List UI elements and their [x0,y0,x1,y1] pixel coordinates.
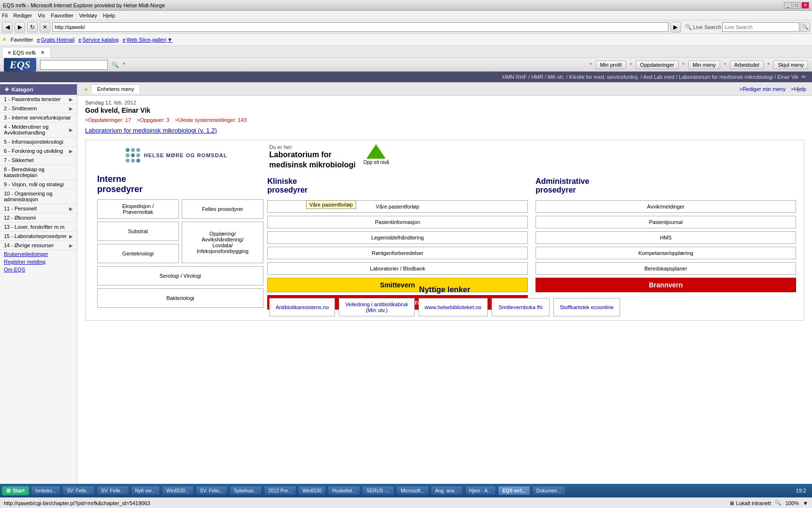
min-profil-btn[interactable]: Min profil [595,60,626,69]
menu-favoritter[interactable]: Favoritter [51,13,73,18]
min-meny-btn[interactable]: Min meny [688,60,720,69]
sidebar-link-brukerveiledninger[interactable]: Brukerveiledninger [0,250,77,258]
btn-felles[interactable]: Felles prosedyrer [182,199,263,219]
sidebar-item-9[interactable]: 9 - Visjon, mål og strategi [0,180,77,189]
taskbar-btn-husk[interactable]: Huskelist... [328,486,360,495]
address-bar[interactable] [52,22,668,32]
btn-hms[interactable]: HMS [536,231,796,244]
taskbar-btn-nytt[interactable]: Nytt ver... [131,486,160,495]
systemmeldinger-stat[interactable]: >Uleste systemmeldinger: 143 [175,117,246,123]
fav-item-service[interactable]: e Service katalog [78,37,118,43]
live-search-input[interactable] [722,22,799,32]
rediger-min-meny-link[interactable]: >Rediger min meny [740,86,786,92]
sidebar-item-12[interactable]: 12 - Økonomi [0,213,77,223]
arbeidsdel-btn[interactable]: Arbeidsdel [730,60,764,69]
sidebar-item-13[interactable]: 13 - Lover, forskrifter m.m [0,223,77,232]
menu-fil[interactable]: Fil [2,13,8,18]
edit-icon[interactable]: ✏ [801,74,806,80]
btn-legemiddel[interactable]: Legemiddelhåndtering [267,231,528,244]
btn-pasientinformasjon[interactable]: Pasientinformasjon [267,216,528,228]
btn-pasientjournal[interactable]: Pasientjournal [536,216,796,228]
enhetens-meny-tab[interactable]: Enhetens meny [91,84,140,93]
link-smittevernboka[interactable]: Smittevernboka fhi [492,298,550,316]
link-stoffkartotek[interactable]: Stoffkartotek ecoonline [553,298,620,316]
live-search-button[interactable]: 🔍 [800,22,810,32]
sidebar-item-11[interactable]: 11 - Personell ▶ [0,204,77,213]
menu-vis[interactable]: Vis [38,13,45,18]
taskbar-btn-win2[interactable]: Win6530 [298,486,326,495]
skjul-meny-btn[interactable]: Skjul meny [773,60,808,69]
go-btn[interactable]: ▶ [670,22,681,32]
btn-serologi[interactable]: Serologi / Virologi [97,266,263,285]
btn-laboratorier[interactable]: Laboratorier / Blodbank [267,262,528,275]
oppgaver-stat[interactable]: >Oppgaver: 3 [137,117,169,123]
minimize-btn[interactable]: _ [784,2,792,9]
btn-substrat[interactable]: Substrat [97,222,179,241]
btn-beredskap[interactable]: Beredskapsplaner [536,262,796,275]
window-controls: _ □ ✕ [784,2,809,9]
eqs-search-icon[interactable]: 🔍 [112,61,119,68]
sidebar-link-om-eqs[interactable]: Om EQS [0,266,77,273]
btn-genteknologi[interactable]: Genteknologi [97,244,179,263]
back-btn[interactable]: ◀ [2,22,13,32]
link-helsebiblioteket[interactable]: www.helsebiblioteket.no [419,298,488,316]
menu-hjelp[interactable]: Hjelp [103,13,115,18]
logo-dot-4 [126,153,130,157]
eqs-search-input[interactable] [40,60,108,70]
taskbar-btn-ang[interactable]: Ang. ana... [431,486,463,495]
stop-btn[interactable]: ✕ [40,22,50,32]
sidebar-item-4[interactable]: 4 - Melderutiner og Avviksbehandling ▶ [0,122,77,137]
close-btn[interactable]: ✕ [801,2,809,9]
link-antibiotika[interactable]: Antibiotikaresistens.no [269,298,335,316]
sidebar-item-10[interactable]: 10 - Organisering og administrasjon [0,189,77,204]
fav-item-webslice[interactable]: e Web Slice-galleri ▼ [123,37,173,43]
sidebar-asterisk-icon: ✦ [4,86,10,93]
fav-item-hotmail[interactable]: e Gratis Hotmail [37,37,74,43]
sidebar-item-6[interactable]: 6 - Forskning og utvikling ▶ [0,147,77,156]
taskbar-btn-sv3[interactable]: SV: Fello... [196,486,228,495]
sidebar-item-2[interactable]: 2 - Smittevern ▶ [0,104,77,113]
btn-kompetanse[interactable]: Kompetanse/opplæring [536,247,796,259]
eqs-toolbar-right: * Min profil * Oppdateringer * Min meny … [590,60,808,69]
btn-ekspedisjon[interactable]: Ekspedisjon /Prøvemottak [97,199,179,219]
taskbar-btn-sv2[interactable]: SV: Felle... [97,486,129,495]
btn-opplaering[interactable]: Opplæring/Avvikshåndtering/Lovdata/Infek… [182,222,263,263]
taskbar-btn-win1[interactable]: Win6530... [162,486,194,495]
menu-rediger[interactable]: Rediger [14,13,32,18]
nav-up[interactable]: Opp eit nivå [363,144,389,165]
sidebar-item-8[interactable]: 8 - Beredskap og katastrofeplan [0,165,77,180]
sidebar-link-registrer[interactable]: Registrer melding [0,258,77,266]
sidebar-item-14[interactable]: 14 - Øvrige ressurser ▶ [0,241,77,250]
taskbar-btn-innboks[interactable]: Innboks... [31,486,60,495]
taskbar-btn-serus[interactable]: SERUS -... [362,486,394,495]
maximize-btn[interactable]: □ [793,2,800,9]
start-button[interactable]: ⊞ Start [2,486,29,495]
oppdateringer-stat[interactable]: >Oppdateringer: 17 [85,117,131,123]
browser-tab-eqs[interactable]: e EQS mrfk ✕ [2,47,51,58]
zoom-icon: 🔍 [775,500,782,506]
taskbar-btn-sykehus[interactable]: Sykehusi... [230,486,262,495]
link-veiledning[interactable]: Veiledning i antibiotikabruk(Min utv.) [339,298,414,316]
dropdown-icon: ▼ [167,37,173,43]
sidebar-item-15[interactable]: 15 - Laboratorieprosedyrer ▶ [0,232,77,241]
forward-btn[interactable]: ▶ [14,22,25,32]
taskbar-btn-hjem[interactable]: Hjem - A... [465,486,496,495]
taskbar-btn-eqs[interactable]: EQS mrf... [498,486,530,495]
oppdateringer-btn[interactable]: Oppdateringer [636,60,678,69]
hjelp-link[interactable]: >Hjelp [791,86,807,92]
sidebar-item-5[interactable]: 5 - Informasjonsteknologi [0,137,77,147]
btn-rontgen[interactable]: Røntgenforberedelser [267,247,528,259]
sidebar-item-1[interactable]: 1 - Pasientretta tenester ▶ [0,95,77,104]
taskbar-btn-sv1[interactable]: SV: Felle... [62,486,95,495]
taskbar-btn-ms[interactable]: Microsoft... [396,486,429,495]
tab-close-icon[interactable]: ✕ [41,50,44,55]
sidebar-item-7[interactable]: 7 - Sikkerhet [0,156,77,165]
taskbar-btn-dok[interactable]: Dokumen... [532,486,566,495]
menu-verktoy[interactable]: Verktøy [79,13,97,18]
zoom-level: 100% [785,500,799,506]
taskbar-btn-2012[interactable]: 2012 Pre... [264,486,296,495]
refresh-btn[interactable]: ↻ [27,22,38,32]
btn-avvik[interactable]: Avvik/meldinger [536,200,796,213]
sidebar-item-3[interactable]: 3 - Interne servicefunksjonar [0,113,77,122]
module-title[interactable]: Laboratorium for medisinsk mikrobiologi … [85,127,804,134]
